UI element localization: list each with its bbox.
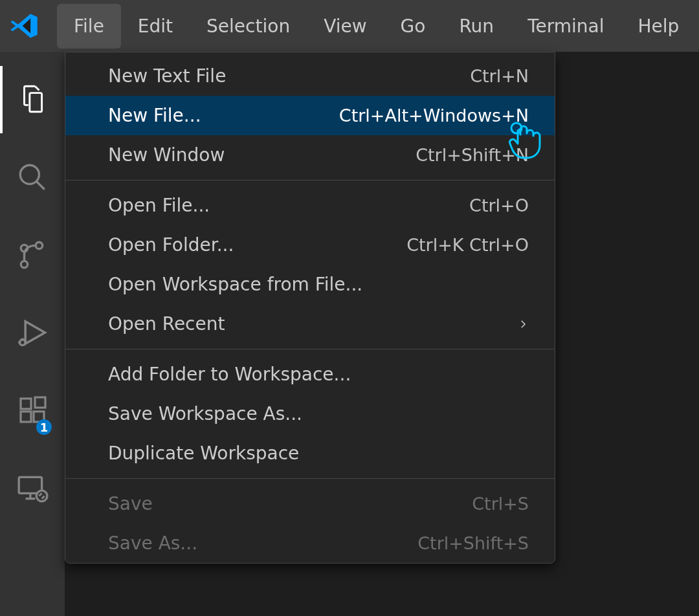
menu-new-file[interactable]: New File... Ctrl+Alt+Windows+N: [65, 96, 555, 135]
menubar: File Edit Selection View Go Run Terminal…: [0, 0, 699, 52]
menu-view-label: View: [324, 16, 366, 37]
menu-row-shortcut: Ctrl+Shift+S: [417, 533, 529, 553]
menu-edit-label: Edit: [138, 16, 173, 37]
svg-point-5: [20, 340, 26, 346]
activity-extensions[interactable]: 1: [0, 371, 65, 449]
menu-save-workspace-as[interactable]: Save Workspace As...: [65, 394, 555, 434]
menu-row-label: Open Recent: [108, 313, 517, 335]
menu-open-recent[interactable]: Open Recent: [65, 304, 555, 344]
menu-duplicate-workspace[interactable]: Duplicate Workspace: [65, 434, 555, 473]
menu-file-label: File: [74, 16, 104, 37]
menu-run[interactable]: Run: [442, 4, 511, 49]
menu-go[interactable]: Go: [384, 4, 443, 49]
menu-separator: [65, 478, 555, 479]
menu-row-label: New Text File: [108, 65, 470, 87]
menu-row-label: New Window: [108, 144, 416, 166]
menu-row-shortcut: Ctrl+Alt+Windows+N: [339, 105, 529, 126]
menu-open-workspace-from-file[interactable]: Open Workspace from File...: [65, 265, 555, 304]
menu-row-shortcut: Ctrl+N: [470, 66, 529, 86]
chevron-right-icon: [517, 314, 529, 334]
activity-run-debug[interactable]: [0, 294, 65, 371]
menu-view[interactable]: View: [307, 4, 383, 49]
menu-terminal-label: Terminal: [527, 16, 604, 37]
svg-point-2: [36, 242, 42, 248]
vscode-logo-icon: [9, 11, 39, 41]
menu-row-label: Open File...: [108, 195, 469, 216]
menu-row-shortcut: Ctrl+K Ctrl+O: [406, 235, 529, 255]
menu-save[interactable]: Save Ctrl+S: [65, 484, 555, 523]
menu-open-file[interactable]: Open File... Ctrl+O: [65, 186, 555, 225]
menu-terminal[interactable]: Terminal: [511, 4, 621, 49]
menu-row-label: Open Folder...: [108, 234, 406, 256]
menu-save-as[interactable]: Save As... Ctrl+Shift+S: [65, 523, 555, 563]
activity-bar: 1: [0, 52, 65, 616]
menu-row-shortcut: Ctrl+O: [469, 195, 529, 215]
svg-point-4: [21, 261, 27, 267]
menu-help[interactable]: Help: [621, 4, 696, 49]
menu-row-label: Save Workspace As...: [108, 403, 529, 424]
file-menu-dropdown: New Text File Ctrl+N New File... Ctrl+Al…: [65, 52, 555, 564]
menu-row-label: Save As...: [108, 533, 417, 554]
menu-row-label: Open Workspace from File...: [108, 274, 529, 295]
svg-point-16: [36, 490, 47, 501]
svg-rect-10: [21, 412, 31, 422]
menu-row-label: Add Folder to Workspace...: [108, 364, 529, 385]
svg-point-0: [20, 165, 39, 184]
menu-edit[interactable]: Edit: [121, 4, 190, 49]
menu-add-folder-to-workspace[interactable]: Add Folder to Workspace...: [65, 355, 555, 394]
menu-new-text-file[interactable]: New Text File Ctrl+N: [65, 56, 555, 96]
svg-rect-9: [21, 399, 31, 409]
menu-selection-label: Selection: [206, 16, 290, 37]
menu-row-shortcut: Ctrl+S: [472, 494, 529, 514]
menu-separator: [65, 180, 555, 181]
menu-selection[interactable]: Selection: [190, 4, 307, 49]
svg-line-1: [36, 181, 45, 190]
menu-row-label: Duplicate Workspace: [108, 443, 529, 464]
activity-remote-explorer[interactable]: [0, 449, 65, 527]
menu-open-folder[interactable]: Open Folder... Ctrl+K Ctrl+O: [65, 225, 555, 265]
menu-file[interactable]: File: [57, 4, 121, 49]
menu-help-label: Help: [638, 16, 679, 37]
menu-new-window[interactable]: New Window Ctrl+Shift+N: [65, 135, 555, 175]
menu-separator: [65, 349, 555, 349]
activity-source-control[interactable]: [0, 216, 65, 294]
menu-row-label: Save: [108, 493, 472, 514]
menu-go-label: Go: [401, 16, 426, 37]
menu-row-shortcut: Ctrl+Shift+N: [416, 145, 529, 165]
menu-run-label: Run: [459, 16, 494, 37]
activity-python[interactable]: [0, 527, 65, 604]
menu-row-label: New File...: [108, 105, 339, 126]
activity-search[interactable]: [0, 138, 65, 216]
svg-rect-12: [35, 397, 45, 408]
extensions-badge: 1: [36, 419, 52, 435]
activity-explorer[interactable]: [0, 61, 65, 138]
